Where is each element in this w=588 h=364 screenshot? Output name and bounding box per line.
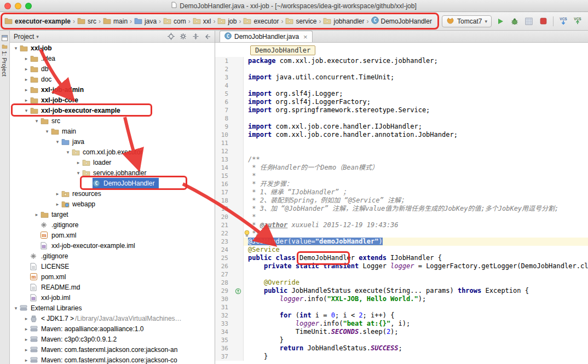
- collapsed-arrow-icon[interactable]: ▸: [22, 97, 30, 103]
- collapsed-arrow-icon[interactable]: ▸: [33, 212, 41, 217]
- tree-item-maven-com-fasterxml-jackson-core-jackson-co[interactable]: ▸Maven: com.fasterxml.jackson.core:jacks…: [10, 355, 215, 364]
- coverage-button[interactable]: [523, 15, 535, 27]
- expanded-arrow-icon[interactable]: ▾: [74, 170, 82, 176]
- settings-icon[interactable]: [180, 33, 187, 40]
- collapsed-arrow-icon[interactable]: ▸: [22, 316, 30, 321]
- tool-window-icon[interactable]: [2, 33, 8, 43]
- code-line-9[interactable]: 9import com.xxl.job.core.handler.IJobHan…: [215, 123, 588, 131]
- collapsed-arrow-icon[interactable]: ▸: [22, 357, 30, 363]
- project-tool-window-button[interactable]: 1: Project: [1, 44, 8, 76]
- tree-item-demojobhandler[interactable]: CDemoJobHandler: [10, 178, 215, 188]
- code-line-28[interactable]: 28 @Override: [215, 279, 588, 287]
- tree-item-external-libraries[interactable]: ▾External Libraries: [10, 303, 215, 313]
- expanded-arrow-icon[interactable]: ▾: [12, 45, 20, 51]
- collapsed-arrow-icon[interactable]: ▸: [22, 66, 30, 72]
- collapsed-arrow-icon[interactable]: ▸: [22, 87, 30, 93]
- editor-tab[interactable]: C DemoJobHandler.java ×: [220, 31, 313, 42]
- minimize-window-button[interactable]: [15, 3, 21, 9]
- breadcrumb-item-main[interactable]: main: [102, 16, 129, 27]
- code-line-10[interactable]: 10import com.xxl.job.core.handler.annota…: [215, 131, 588, 139]
- tree-item-pom-xml[interactable]: mpom.xml: [10, 271, 215, 282]
- code-line-36[interactable]: 36 return JobHandleStatus.SUCCESS;: [215, 344, 588, 353]
- tree-item-src[interactable]: ▾src: [10, 115, 215, 126]
- code-line-27[interactable]: 27: [215, 270, 588, 279]
- code-line-6[interactable]: 6import org.slf4j.LoggerFactory;: [215, 98, 588, 106]
- override-marker-icon[interactable]: [233, 287, 244, 295]
- breadcrumb-item-jobhandler[interactable]: jobhandler: [322, 16, 365, 27]
- tree-item-xxl-job-executor-example-iml[interactable]: xxl-job-executor-example.iml: [10, 240, 215, 251]
- tree-item-db[interactable]: ▸db: [10, 63, 215, 74]
- collapsed-arrow-icon[interactable]: ▸: [54, 201, 61, 207]
- tree-item-target[interactable]: ▸target: [10, 209, 215, 219]
- code-line-26[interactable]: 26 private static transient Logger logge…: [215, 262, 588, 270]
- code-line-7[interactable]: 7import org.springframework.stereotype.S…: [215, 106, 588, 114]
- breadcrumb-item-src[interactable]: src: [76, 16, 97, 27]
- code-line-30[interactable]: 30 logger.info("XXL-JOB, Hello World.");: [215, 295, 588, 303]
- code-line-18[interactable]: 18 * 2、装配到Spring，例如加 “@Service” 注解；: [215, 197, 588, 205]
- expanded-arrow-icon[interactable]: ▾: [54, 139, 61, 145]
- collapsed-arrow-icon[interactable]: ▸: [54, 191, 61, 197]
- tree-item-maven-com-fasterxml-jackson-core-jackson-an[interactable]: ▸Maven: com.fasterxml.jackson.core:jacks…: [10, 344, 215, 355]
- close-window-button[interactable]: [4, 3, 11, 9]
- breadcrumb-item-com[interactable]: com: [162, 16, 187, 27]
- editor-body[interactable]: DemoJobHandler 1package com.xxl.job.exec…: [215, 43, 588, 364]
- vcs-commit-button[interactable]: VCS: [572, 15, 584, 27]
- tree-item-xxl-job-iml[interactable]: xxl-job.iml: [10, 292, 215, 303]
- code-line-17[interactable]: 17 * 1、继承 “IJobHandler” ；: [215, 188, 588, 197]
- code-line-37[interactable]: 37 }: [215, 353, 588, 361]
- collapsed-arrow-icon[interactable]: ▸: [22, 326, 30, 332]
- code-line-16[interactable]: 16 * 开发步骤：: [215, 180, 588, 188]
- breadcrumb-item-xxl[interactable]: xxl: [192, 16, 212, 27]
- intention-bulb-icon[interactable]: [244, 230, 250, 239]
- tree-item-loader[interactable]: ▸loader: [10, 157, 215, 167]
- run-button[interactable]: [494, 15, 506, 27]
- tree-item-gitignore[interactable]: .gitignore: [10, 251, 215, 261]
- code-line-32[interactable]: 32 for (int i = 0; i < 2; i++) {: [215, 311, 588, 320]
- code-line-19[interactable]: 19 * 3、加 “@JobHander” 注解，注解value值为新增任务生成…: [215, 205, 588, 213]
- collapsed-arrow-icon[interactable]: ▸: [22, 347, 30, 353]
- code-line-35[interactable]: 35 }: [215, 336, 588, 344]
- tree-item-maven-aopalliance-aopalliance-1-0[interactable]: ▸Maven: aopalliance:aopalliance:1.0: [10, 323, 215, 334]
- expanded-arrow-icon[interactable]: ▾: [22, 108, 30, 113]
- debug-button[interactable]: [509, 15, 521, 27]
- code-line-12[interactable]: 12: [215, 147, 588, 155]
- code-line-1[interactable]: 1package com.xxl.job.executor.service.jo…: [215, 57, 588, 65]
- tree-item-com-xxl-job-executor[interactable]: ▾com.xxl.job.executor: [10, 147, 215, 157]
- code-line-23[interactable]: 23@JobHander(value="demoJobHandler"): [215, 238, 588, 246]
- collapsed-arrow-icon[interactable]: ▸: [22, 337, 30, 342]
- breadcrumb-item-demojobhandler[interactable]: CDemoJobHandler: [370, 15, 433, 27]
- tree-item-xxl-job[interactable]: ▾xxl-job: [10, 43, 215, 53]
- run-configuration-select[interactable]: Tomcat7 ▾: [442, 15, 492, 27]
- collapsed-arrow-icon[interactable]: ▸: [22, 56, 30, 61]
- scroll-from-source-icon[interactable]: [168, 33, 175, 40]
- code-line-31[interactable]: 31: [215, 303, 588, 311]
- code-line-21[interactable]: 21 * @author xuxueli 2015-12-19 19:43:36: [215, 221, 588, 229]
- code-line-33[interactable]: 33 logger.info("beat at:{}", i);: [215, 320, 588, 328]
- vcs-update-button[interactable]: VCS: [557, 15, 569, 27]
- expanded-arrow-icon[interactable]: ▾: [64, 149, 72, 155]
- expanded-arrow-icon[interactable]: ▾: [43, 129, 51, 134]
- tree-item-webapp[interactable]: ▸webapp: [10, 199, 215, 209]
- tree-item-gitignore[interactable]: .gitignore: [10, 219, 215, 230]
- code-line-22[interactable]: 22 */: [215, 229, 588, 238]
- code-line-15[interactable]: 15 *: [215, 172, 588, 180]
- code-line-3[interactable]: 3import java.util.concurrent.TimeUnit;: [215, 73, 588, 82]
- breadcrumb-item-java[interactable]: java: [133, 16, 158, 27]
- breadcrumb-item-executor[interactable]: executor: [242, 16, 280, 27]
- tree-item-main[interactable]: ▾main: [10, 126, 215, 136]
- code-line-34[interactable]: 34 TimeUnit.SECONDS.sleep(2);: [215, 328, 588, 336]
- tree-item-xxl-job-core[interactable]: ▸xxl-job-core: [10, 95, 215, 105]
- stop-button[interactable]: [537, 15, 549, 27]
- tree-item-xxl-job-executor-example[interactable]: ▾xxl-job-executor-example: [10, 105, 215, 115]
- tree-item-jdk1-7[interactable]: ▸< JDK1.7 > /Library/Java/JavaVirtualMac…: [10, 313, 215, 323]
- tree-item-java[interactable]: ▾java: [10, 136, 215, 147]
- tree-item-xxl-job-admin[interactable]: ▸xxl-job-admin: [10, 84, 215, 95]
- code-line-2[interactable]: 2: [215, 65, 588, 73]
- expanded-arrow-icon[interactable]: ▾: [33, 118, 41, 124]
- tree-item-maven-c3p0-c3p0-0-9-1-2[interactable]: ▸Maven: c3p0:c3p0:0.9.1.2: [10, 334, 215, 344]
- collapsed-arrow-icon[interactable]: ▸: [74, 160, 82, 165]
- chevron-down-icon[interactable]: ▾: [36, 34, 39, 39]
- code-line-5[interactable]: 5import org.slf4j.Logger;: [215, 90, 588, 98]
- tree-item-service-jobhandler[interactable]: ▾service.jobhandler: [10, 167, 215, 178]
- code-line-14[interactable]: 14 * 任务Handler的一个Demo（Bean模式）: [215, 164, 588, 172]
